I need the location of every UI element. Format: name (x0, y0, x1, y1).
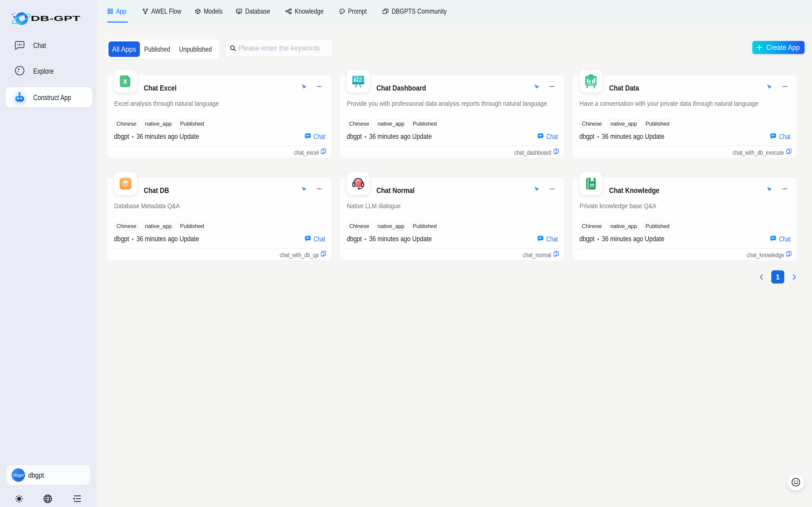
svg-text:DB-GPT: DB-GPT (31, 14, 80, 22)
svg-text:X: X (123, 78, 127, 85)
svg-text:SQL: SQL (237, 10, 241, 12)
